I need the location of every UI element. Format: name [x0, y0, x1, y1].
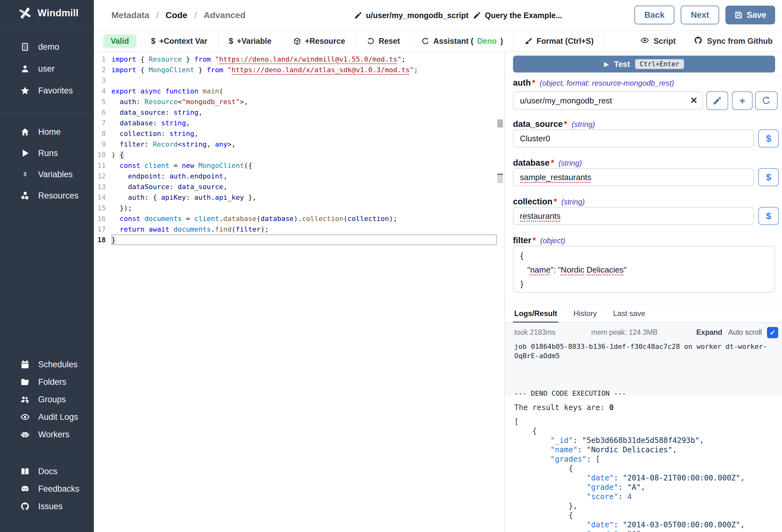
run-stats: took 2183ms mem peak: 124.3MB Expand Aut… — [505, 326, 782, 339]
mem-peak: mem peak: 124.3MB — [591, 328, 657, 337]
insert-variable-button[interactable]: $ — [758, 129, 779, 148]
tab-advanced[interactable]: Advanced — [204, 10, 246, 20]
code-line-4[interactable]: 4export async function main( — [94, 86, 497, 96]
editor-scrollbar[interactable] — [497, 52, 504, 532]
sidebar-item-audit-logs[interactable]: Audit Logs — [0, 408, 94, 426]
tab-history[interactable]: History — [573, 304, 597, 323]
code-line-5[interactable]: 5 auth: Resource<"mongodb_rest">, — [94, 96, 497, 107]
code-line-13[interactable]: 13 dataSource: data_source, — [94, 181, 497, 192]
code-line-17[interactable]: 17 return await documents.find(filter); — [94, 224, 497, 234]
sidebar-item-user[interactable]: user — [0, 58, 94, 80]
code-line-16[interactable]: 16 const documents = client.database(dat… — [94, 213, 497, 224]
code-line-8[interactable]: 8 collection: string, — [94, 128, 497, 139]
sidebar-item-schedules[interactable]: Schedules — [0, 356, 94, 373]
eye-icon — [640, 36, 649, 46]
line-number: 6 — [94, 109, 111, 116]
user-icon — [20, 64, 30, 74]
code-line-14[interactable]: 14 auth: { apiKey: auth.api_key }, — [94, 192, 497, 202]
toolbar-button-assistant[interactable]: Assistant (Deno) — [411, 31, 514, 51]
toolbar-button-resource[interactable]: +Resource — [282, 31, 356, 51]
insert-variable-button[interactable]: $ — [758, 207, 779, 225]
toolbar-left: Valid $+Context Var$+Variable+ResourceRe… — [103, 31, 605, 51]
test-button[interactable]: ▶ Test Ctrl+Enter — [513, 55, 775, 73]
script-path[interactable]: u/user/my_mongodb_script — [354, 0, 469, 31]
windmill-logo[interactable]: Windmill — [0, 0, 94, 26]
toolbar-right: ScriptSync from Github — [640, 31, 773, 51]
collection-input[interactable]: restaurants — [513, 207, 754, 225]
toolbar-button-sync-from-github[interactable]: Sync from Github — [694, 36, 773, 46]
sidebar-item-runs[interactable]: Runs — [0, 143, 94, 164]
code-line-15[interactable]: 15 }); — [94, 202, 497, 213]
add-resource-button[interactable]: + — [732, 91, 753, 110]
tab-metadata[interactable]: Metadata — [111, 10, 149, 20]
sidebar-item-docs[interactable]: Docs — [0, 463, 94, 480]
pencil-icon — [354, 11, 362, 20]
database-input[interactable]: sample_restaurants — [513, 168, 754, 186]
toolbar-button-reset[interactable]: Reset — [356, 31, 411, 51]
sidebar-item-variables[interactable]: $Variables — [0, 164, 94, 185]
overview-marker — [497, 119, 503, 127]
code-line-7[interactable]: 7 database: string, — [94, 117, 497, 128]
edit-resource-button[interactable] — [706, 91, 728, 110]
autoscroll-checkbox[interactable]: ✓ — [767, 327, 778, 338]
tab-separator: / — [194, 10, 197, 20]
run-duration: took 2183ms — [514, 328, 556, 337]
dollar-icon: $ — [20, 169, 30, 180]
play-icon — [20, 148, 30, 158]
sidebar-item-issues[interactable]: Issues — [0, 498, 94, 515]
save-button[interactable]: Save — [725, 6, 775, 25]
toolbar: Valid $+Context Var$+Variable+ResourceRe… — [94, 31, 782, 52]
clear-icon[interactable]: ✕ — [690, 96, 698, 105]
expand-button[interactable]: Expand — [696, 328, 722, 337]
line-number: 9 — [94, 140, 111, 148]
line-number: 14 — [94, 193, 111, 201]
toolbar-button-script[interactable]: Script — [640, 36, 676, 46]
code-line-6[interactable]: 6 data_source: string, — [94, 107, 497, 117]
github-icon — [694, 36, 703, 46]
header-tabs: Metadata/Code/Advanced — [111, 0, 246, 31]
filter-json-editor[interactable]: { "name": "Nordic Delicacies"} — [513, 246, 775, 293]
refresh-resource-button[interactable] — [755, 91, 778, 110]
sidebar-item-demo[interactable]: demo — [0, 36, 94, 58]
divider — [505, 76, 782, 76]
result-intro: The result keys are: 0 — [514, 403, 782, 412]
back-button[interactable]: Back — [634, 6, 675, 25]
line-number: 17 — [94, 225, 111, 233]
toolbar-button-variable[interactable]: $+Variable — [218, 31, 282, 51]
code-editor[interactable]: 1import { Resource } from "https://deno.… — [94, 52, 504, 532]
dollar-icon: $ — [151, 37, 155, 46]
code-line-1[interactable]: 1import { Resource } from "https://deno.… — [94, 54, 497, 64]
data-source-input[interactable]: Cluster0 — [513, 129, 754, 148]
sidebar-item-feedbacks[interactable]: Feedbacks — [0, 480, 94, 498]
sidebar-item-groups[interactable]: Groups — [0, 391, 94, 408]
toolbar-button-context-var[interactable]: $+Context Var — [140, 31, 218, 51]
sidebar-item-home[interactable]: Home — [0, 121, 94, 143]
check-icon: ✓ — [770, 328, 776, 337]
data-source-field-label: data_source* (string) — [513, 119, 595, 131]
toolbar-button-format-ctrl-s[interactable]: Format (Ctrl+S) — [514, 31, 605, 51]
script-summary[interactable]: Query the Example... — [473, 0, 562, 31]
sidebar-item-workers[interactable]: Workers — [0, 426, 94, 443]
tab-logs-result[interactable]: Logs/Result — [514, 304, 557, 323]
code-line-9[interactable]: 9 filter: Record<string, any>, — [94, 139, 497, 149]
code-line-11[interactable]: 11 const client = new MongoClient({ — [94, 160, 497, 171]
github-icon — [20, 501, 30, 511]
sidebar-item-favorites[interactable]: Favorites — [0, 80, 94, 102]
code-line-2[interactable]: 2import { MongoClient } from "https://de… — [94, 64, 497, 75]
line-number: 10 — [94, 151, 111, 159]
next-button[interactable]: Next — [681, 6, 719, 25]
code-line-3[interactable]: 3 — [94, 75, 497, 86]
insert-variable-button[interactable]: $ — [758, 168, 779, 186]
tab-last-save[interactable]: Last save — [613, 304, 645, 323]
sidebar-item-resources[interactable]: Resources — [0, 185, 94, 206]
code-line-18[interactable]: 18} — [94, 234, 497, 245]
sidebar-item-folders[interactable]: Folders — [0, 373, 94, 391]
package-icon — [293, 37, 301, 45]
code-line-10[interactable]: 10) { — [94, 149, 497, 160]
auth-resource-input[interactable]: u/user/my_mongodb_rest ✕ — [513, 91, 703, 110]
tab-code[interactable]: Code — [166, 10, 187, 20]
code-line-12[interactable]: 12 endpoint: auth.endpoint, — [94, 171, 497, 181]
valid-badge[interactable]: Valid — [103, 34, 136, 48]
test-shortcut-kbd: Ctrl+Enter — [635, 59, 684, 69]
header-buttons: Back Next Save — [634, 6, 775, 25]
